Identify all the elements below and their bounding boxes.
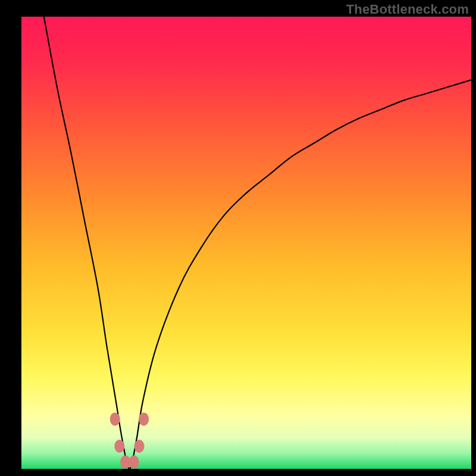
bottleneck-curve: [44, 17, 471, 469]
watermark-text: TheBottleneck.com: [346, 2, 469, 17]
highlight-dot: [110, 412, 120, 425]
chart-frame: TheBottleneck.com: [0, 0, 476, 476]
highlight-dot: [114, 440, 124, 453]
highlight-dot: [139, 412, 149, 425]
highlight-dot: [134, 440, 145, 453]
highlight-dot: [129, 456, 139, 469]
curve-layer: [21, 17, 471, 469]
highlight-dots: [110, 412, 149, 468]
plot-area: [21, 17, 471, 469]
